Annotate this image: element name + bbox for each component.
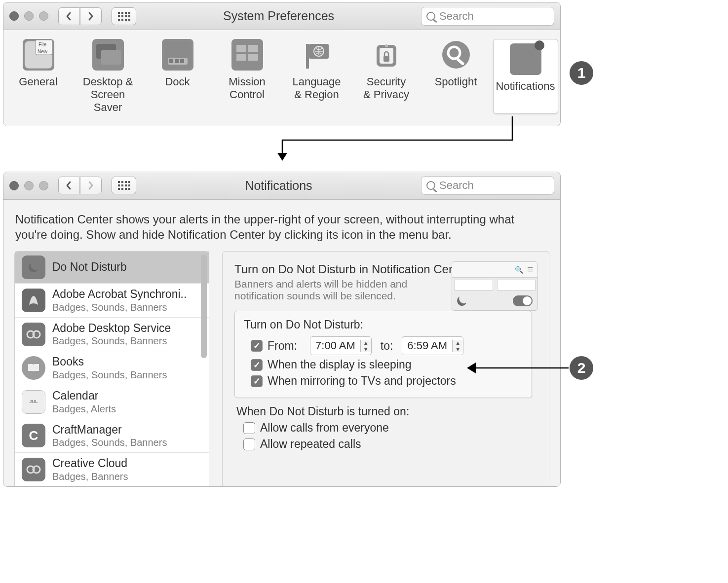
pref-label: Spotlight	[435, 75, 477, 88]
everyone-label: Allow calls from everyone	[260, 421, 389, 435]
svg-rect-16	[306, 44, 309, 69]
chevron-left-icon	[64, 11, 74, 21]
pref-label: Desktop & Screen Saver	[76, 75, 141, 114]
app-item-craftmanager[interactable]: C CraftManager Badges, Sounds, Banners	[15, 419, 209, 453]
app-item-acrobat[interactable]: Adobe Acrobat Synchroni.. Badges, Sounds…	[15, 284, 209, 318]
calendar-icon: JUL	[22, 390, 45, 414]
callout-1-number: 1	[577, 65, 586, 81]
to-time-value[interactable]: 6:59 AM	[402, 339, 452, 352]
acrobat-icon	[22, 289, 45, 312]
pref-mission[interactable]: Mission Control	[215, 39, 280, 114]
dock-icon	[162, 39, 193, 71]
minimize-button[interactable]	[24, 11, 34, 21]
pref-label: General	[19, 75, 57, 88]
to-label: to:	[381, 339, 393, 353]
down-arrow-icon[interactable]: ▼	[453, 346, 463, 352]
preferences-row: FileNew General Desktop & Screen Saver D…	[3, 30, 560, 126]
maximize-button[interactable]	[39, 11, 48, 21]
pref-security[interactable]: Security & Privacy	[354, 39, 419, 114]
svg-rect-9	[175, 59, 179, 63]
pref-label: Dock	[165, 75, 190, 88]
pref-general[interactable]: FileNew General	[6, 39, 71, 114]
all-prefs-button[interactable]	[112, 177, 136, 194]
close-button[interactable]	[9, 181, 19, 190]
search-icon	[426, 12, 435, 21]
svg-rect-13	[248, 45, 258, 52]
back-button[interactable]	[58, 177, 80, 194]
desktop-icon	[92, 39, 124, 71]
description-text: Notification Center shows your alerts in…	[3, 200, 560, 251]
chevron-right-icon	[86, 11, 96, 21]
app-item-books[interactable]: Books Badges, Sounds, Banners	[15, 351, 209, 385]
from-checkbox[interactable]: ✓	[251, 340, 263, 352]
repeated-label: Allow repeated calls	[260, 437, 361, 451]
down-arrow-icon[interactable]: ▼	[361, 346, 371, 352]
chevron-right-icon	[86, 181, 96, 190]
nav-buttons	[58, 177, 102, 194]
mirror-label: When mirroring to TVs and projectors	[268, 374, 456, 388]
forward-button[interactable]	[80, 7, 102, 25]
app-sub: Badges, Sounds, Banners	[52, 335, 171, 347]
search-placeholder: Search	[439, 179, 474, 192]
from-stepper[interactable]: ▲▼	[360, 340, 371, 352]
security-icon	[371, 39, 402, 71]
to-stepper[interactable]: ▲▼	[452, 340, 463, 352]
back-button[interactable]	[58, 7, 80, 25]
svg-rect-14	[236, 54, 246, 61]
notification-dot-icon	[535, 40, 544, 50]
spotlight-icon	[440, 39, 472, 71]
notifications-window: Notifications Search Notification Center…	[3, 172, 561, 487]
search-field[interactable]: Search	[421, 176, 554, 195]
minimize-button[interactable]	[24, 181, 34, 190]
pref-notifications[interactable]: Notifications	[493, 39, 558, 114]
maximize-button[interactable]	[39, 181, 48, 190]
app-name: Books	[52, 355, 167, 369]
app-item-creative-cloud[interactable]: Creative Cloud Badges, Banners	[15, 453, 209, 486]
up-arrow-icon[interactable]: ▲	[453, 340, 463, 346]
repeated-checkbox[interactable]	[243, 438, 255, 450]
search-field[interactable]: Search	[421, 7, 554, 26]
chevron-left-icon	[64, 181, 74, 190]
to-time-field[interactable]: 6:59 AM ▲▼	[402, 336, 463, 355]
pref-spotlight[interactable]: Spotlight	[423, 39, 489, 114]
everyone-checkbox[interactable]	[243, 422, 255, 434]
svg-text:New: New	[38, 49, 48, 54]
from-time-value[interactable]: 7:00 AM	[310, 339, 360, 352]
settings-panel: Turn on Do Not Disturb in Notification C…	[222, 251, 549, 486]
grid-icon	[118, 181, 130, 190]
close-button[interactable]	[9, 11, 19, 21]
sleep-label: When the display is sleeping	[268, 358, 412, 371]
app-item-dnd[interactable]: Do Not Disturb	[15, 252, 209, 284]
dnd-schedule-box: Turn on Do Not Disturb: ✓ From: 7:00 AM …	[234, 311, 532, 398]
svg-rect-12	[236, 45, 246, 52]
nav-buttons	[58, 7, 102, 25]
preview-search-icon: 🔍	[515, 266, 523, 274]
scrollbar-thumb[interactable]	[201, 255, 207, 358]
pref-label: Mission Control	[229, 75, 266, 101]
traffic-lights	[9, 11, 48, 21]
pref-label: Security & Privacy	[363, 75, 409, 101]
traffic-lights	[9, 181, 48, 190]
window-title: System Preferences	[141, 9, 416, 23]
from-label: From:	[268, 339, 297, 353]
pref-dock[interactable]: Dock	[145, 39, 210, 114]
app-item-adobe-desktop[interactable]: Adobe Desktop Service Badges, Sounds, Ba…	[15, 318, 209, 352]
svg-rect-8	[169, 59, 173, 63]
forward-button[interactable]	[80, 177, 102, 194]
from-time-field[interactable]: 7:00 AM ▲▼	[310, 336, 372, 355]
app-name: Calendar	[52, 389, 116, 403]
language-icon	[301, 39, 333, 71]
cc-icon	[22, 458, 45, 481]
svg-point-22	[385, 44, 388, 47]
app-item-calendar[interactable]: JUL Calendar Badges, Alerts	[15, 385, 209, 419]
all-prefs-button[interactable]	[112, 7, 136, 25]
up-arrow-icon[interactable]: ▲	[361, 340, 371, 346]
preview-moon-icon	[455, 294, 468, 308]
sleep-checkbox[interactable]: ✓	[251, 359, 263, 371]
scrollbar[interactable]	[201, 255, 207, 483]
titlebar: System Preferences Search	[3, 2, 560, 30]
pref-desktop[interactable]: Desktop & Screen Saver	[76, 39, 141, 114]
app-list: Do Not Disturb Adobe Acrobat Synchroni..…	[14, 251, 209, 486]
pref-language[interactable]: Language & Region	[284, 39, 349, 114]
mirror-checkbox[interactable]: ✓	[251, 375, 263, 387]
